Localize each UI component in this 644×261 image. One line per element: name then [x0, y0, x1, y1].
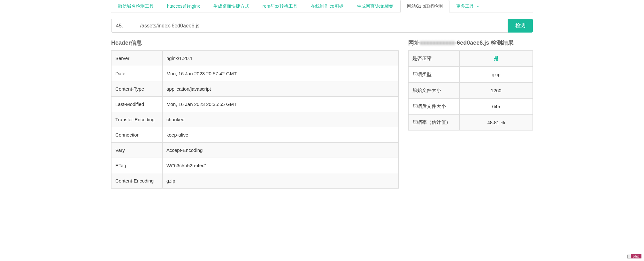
- header-key: ETag: [111, 158, 163, 173]
- result-key: 压缩率（估计值）: [409, 115, 460, 130]
- result-value: gzip: [460, 67, 533, 83]
- header-value: Accept-Encoding: [163, 143, 399, 158]
- header-value: application/javascript: [163, 81, 399, 97]
- result-key: 是否压缩: [409, 51, 460, 67]
- result-value: 1260: [460, 83, 533, 99]
- header-key: Vary: [111, 143, 163, 158]
- header-key: Server: [111, 51, 163, 66]
- result-title-suffix: -6ed0aee6.js 检测结果: [455, 40, 514, 46]
- table-row: Content-Typeapplication/javascript: [111, 81, 399, 97]
- table-row: ETagW/"63c5b52b-4ec": [111, 158, 399, 173]
- result-title-prefix: 网址: [408, 40, 420, 46]
- result-title-redacted: xxxxxxxxxxx: [420, 40, 455, 46]
- header-value: Mon, 16 Jan 2023 20:57:42 GMT: [163, 66, 399, 81]
- table-row: Servernginx/1.20.1: [111, 51, 399, 66]
- result-value: 是: [460, 51, 533, 67]
- table-row: VaryAccept-Encoding: [111, 143, 399, 158]
- table-row: 原始文件大小1260: [409, 83, 533, 99]
- header-value: nginx/1.20.1: [163, 51, 399, 66]
- header-key: Content-Encoding: [111, 173, 163, 189]
- table-row: 是否压缩是: [409, 51, 533, 67]
- header-key: Connection: [111, 127, 163, 143]
- result-key: 压缩类型: [409, 67, 460, 83]
- table-row: Connectionkeep-alive: [111, 127, 399, 143]
- header-value: chunked: [163, 112, 399, 127]
- header-key: Date: [111, 66, 163, 81]
- header-section-title: Header信息: [111, 39, 399, 47]
- tab-desktop-shortcut[interactable]: 生成桌面快捷方式: [207, 0, 256, 12]
- more-tools-label: 更多工具: [456, 4, 474, 9]
- header-value: keep-alive: [163, 127, 399, 143]
- header-table: Servernginx/1.20.1DateMon, 16 Jan 2023 2…: [111, 50, 399, 189]
- header-value: W/"63c5b52b-4ec": [163, 158, 399, 173]
- table-row: Last-ModifiedMon, 16 Jan 2023 20:35:55 G…: [111, 97, 399, 112]
- result-value: 645: [460, 99, 533, 115]
- header-key: Content-Type: [111, 81, 163, 97]
- result-table: 是否压缩是压缩类型gzip原始文件大小1260压缩后文件大小645压缩率（估计值…: [408, 50, 533, 130]
- result-section-title: 网址xxxxxxxxxxx-6ed0aee6.js 检测结果: [408, 39, 533, 47]
- header-key: Last-Modified: [111, 97, 163, 112]
- tab-meta-generator[interactable]: 生成网页Meta标签: [350, 0, 400, 12]
- tab-htaccess-nginx[interactable]: htaccess转nginx: [160, 0, 207, 12]
- table-row: 压缩类型gzip: [409, 67, 533, 83]
- table-row: Content-Encodinggzip: [111, 173, 399, 189]
- header-value: gzip: [163, 173, 399, 189]
- result-key: 压缩后文件大小: [409, 99, 460, 115]
- result-key: 原始文件大小: [409, 83, 460, 99]
- tab-ico-maker[interactable]: 在线制作ico图标: [304, 0, 350, 12]
- search-row: 检测: [111, 19, 533, 33]
- header-key: Transfer-Encoding: [111, 112, 163, 127]
- tab-more-tools[interactable]: 更多工具: [449, 0, 486, 12]
- url-input[interactable]: [111, 19, 508, 33]
- chevron-down-icon: [477, 6, 479, 7]
- header-value: Mon, 16 Jan 2023 20:35:55 GMT: [163, 97, 399, 112]
- table-row: Transfer-Encodingchunked: [111, 112, 399, 127]
- table-row: 压缩后文件大小645: [409, 99, 533, 115]
- tool-tabs: 微信域名检测工具 htaccess转nginx 生成桌面快捷方式 rem与px转…: [111, 0, 533, 12]
- tab-gzip-check[interactable]: 网站Gzip压缩检测: [400, 0, 450, 12]
- detect-button[interactable]: 检测: [508, 19, 533, 33]
- table-row: 压缩率（估计值）48.81 %: [409, 115, 533, 130]
- table-row: DateMon, 16 Jan 2023 20:57:42 GMT: [111, 66, 399, 81]
- tab-wechat-domain-check[interactable]: 微信域名检测工具: [111, 0, 160, 12]
- tab-rem-px[interactable]: rem与px转换工具: [256, 0, 304, 12]
- result-value: 48.81 %: [460, 115, 533, 130]
